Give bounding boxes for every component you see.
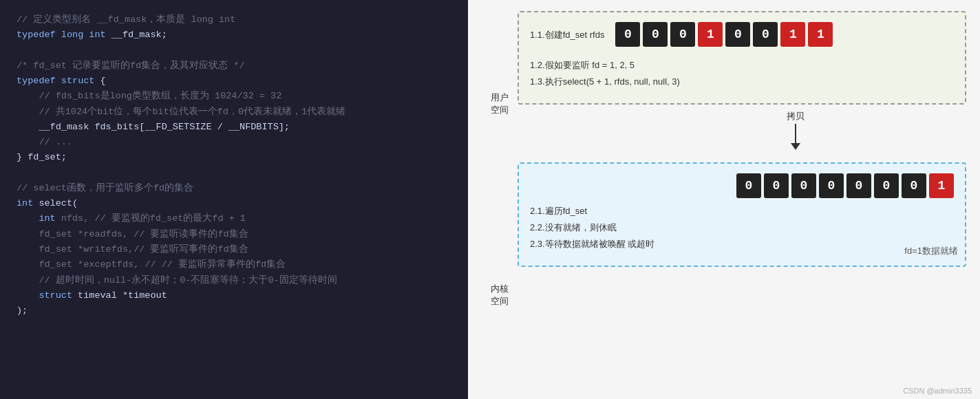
code-line (17, 166, 451, 181)
code-line: /* fd_set 记录要监听的fd集合，及其对应状态 */ (17, 58, 451, 74)
step1-text: 1.1.创建fd_set rfds (530, 29, 604, 41)
kernel-bit-3: 0 (819, 173, 844, 198)
code-line: fd_set *exceptfds, // // 要监听异常事件的fd集合 (17, 257, 451, 272)
kernel-bit-5: 0 (874, 173, 899, 198)
user-space-box: 1.1.创建fd_set rfds 00010011 1.2.假如要监听 fd … (518, 11, 966, 105)
code-line: struct timeval *timeout (17, 288, 451, 303)
code-line (17, 43, 451, 58)
code-line: int select( (17, 196, 451, 211)
copy-label: 拷贝 (787, 110, 805, 122)
user-bit-2: 0 (670, 22, 695, 47)
user-bit-row: 00010011 (615, 22, 833, 47)
kernel-bit-1: 0 (764, 173, 789, 198)
code-line: __fd_mask fds_bits[__FD_SETSIZE / __NFDB… (17, 120, 451, 135)
code-line: ); (17, 303, 451, 319)
code-line: typedef struct { (17, 74, 451, 89)
kernel-bit-4: 0 (846, 173, 871, 198)
step2-text: 1.2.假如要监听 fd = 1, 2, 5 (530, 59, 954, 72)
code-line: // select函数，用于监听多个fd的集合 (17, 181, 451, 196)
kernel-space-label: 内核空间 (491, 283, 509, 308)
code-line: // 定义类型别名 __fd_mask，本质是 long int (17, 12, 451, 28)
diagram-panel: 用户空间 内核空间 1.1.创建fd_set rfds 00010011 1.2… (468, 0, 980, 399)
code-line: int nfds, // 要监视的fd_set的最大fd + 1 (17, 211, 451, 226)
kernel-step3: 2.3.等待数据就绪被唤醒 或超时 (530, 238, 954, 250)
user-bit-3: 1 (698, 22, 723, 47)
kernel-bit-7: 1 (929, 173, 954, 198)
kernel-bit-0: 0 (736, 173, 761, 198)
user-bit-7: 1 (808, 22, 833, 47)
step3-text: 1.3.执行select(5 + 1, rfds, null, null, 3) (530, 76, 954, 88)
code-content: // 定义类型别名 __fd_mask，本质是 long inttypedef … (17, 12, 451, 319)
kernel-step1: 2.1.遍历fd_set (530, 205, 954, 217)
user-bit-1: 0 (643, 22, 668, 47)
code-line: fd_set *writefds,// 要监听写事件的fd集合 (17, 242, 451, 257)
user-bit-4: 0 (725, 22, 750, 47)
kernel-bit-row: 00000001 (530, 173, 954, 198)
kernel-bit-6: 0 (902, 173, 926, 198)
user-bit-0: 0 (615, 22, 640, 47)
code-line: } fd_set; (17, 150, 451, 165)
code-line: // 共1024个bit位，每个bit位代表一个fd，0代表未就绪，1代表就绪 (17, 105, 451, 120)
kernel-bit-2: 0 (791, 173, 816, 198)
user-bit-5: 0 (753, 22, 778, 47)
code-line: // 超时时间，null-永不超时；0-不阻塞等待；大于0-固定等待时间 (17, 273, 451, 288)
code-line: // ... (17, 135, 451, 150)
kernel-space-box: 00000001 2.1.遍历fd_set 2.2.没有就绪，则休眠 2.3.等… (518, 162, 966, 267)
kernel-step2: 2.2.没有就绪，则休眠 (530, 222, 954, 234)
copy-arrow (791, 124, 800, 150)
user-space-label: 用户空间 (491, 91, 509, 116)
watermark: CSDN @admin3335 (903, 387, 972, 395)
code-line: typedef long int __fd_mask; (17, 28, 451, 43)
code-line: // fds_bits是long类型数组，长度为 1024/32 = 32 (17, 89, 451, 104)
code-line: fd_set *readfds, // 要监听读事件的fd集合 (17, 227, 451, 242)
code-panel: // 定义类型别名 __fd_mask，本质是 long inttypedef … (0, 0, 468, 399)
user-bit-6: 1 (780, 22, 805, 47)
fd-ready-label: fd=1数据就绪 (904, 245, 958, 257)
